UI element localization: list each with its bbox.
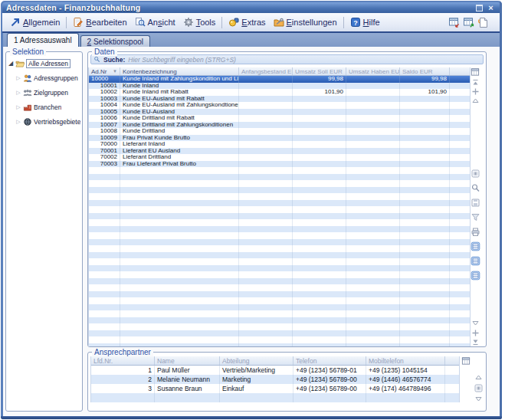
view-mode-3-icon[interactable]	[471, 271, 480, 281]
contact-row-empty[interactable]	[91, 393, 459, 402]
column-header-saldo-eur[interactable]: Saldo EUR	[400, 67, 450, 75]
column-header-ad-nr[interactable]: Ad.Nr▼	[89, 67, 120, 75]
tab-2-selektionspool[interactable]: 2 Selektionspool	[80, 35, 150, 47]
table-row-empty[interactable]	[89, 323, 470, 330]
tree-item-alle-adressen[interactable]: ◢Alle Adressen	[8, 56, 81, 71]
table-row-empty[interactable]	[89, 245, 470, 252]
table-row-empty[interactable]	[89, 258, 470, 265]
contacts-column-chooser-icon[interactable]	[461, 356, 471, 366]
table-row-empty[interactable]	[89, 278, 470, 285]
column-header-anfangsbestand-eur[interactable]: Anfangsbestand EUR	[239, 67, 293, 75]
table-row-empty[interactable]	[89, 304, 470, 311]
table-row-empty[interactable]	[89, 297, 470, 304]
contacts-column-header-lfd-nr-[interactable]: Lfd.Nr.	[91, 356, 155, 365]
table-row[interactable]: 10006Kunde Drittland mit Rabatt	[89, 115, 470, 122]
restore-button[interactable]	[474, 3, 485, 12]
scroll-down-icon[interactable]	[471, 319, 480, 327]
tree-item-branchen[interactable]: ▷Branchen	[8, 100, 81, 114]
menu-item-allgemein[interactable]: Allgemein	[6, 15, 64, 29]
table-row[interactable]: 70000Lieferant Inland	[89, 141, 470, 148]
menu-item-bearbeiten[interactable]: Bearbeiten	[69, 15, 130, 29]
table-row-empty[interactable]	[89, 167, 470, 174]
contacts-column-header-name[interactable]: Name	[155, 356, 220, 365]
menu-item-einstellungen[interactable]: Einstellungen	[270, 15, 341, 29]
column-header-umsatz-haben-eur[interactable]: Umsatz Haben EUR	[346, 67, 400, 75]
contacts-column-header-mobiltelefon[interactable]: Mobiltelefon	[366, 356, 445, 365]
table-row-empty[interactable]	[89, 200, 470, 207]
table-row[interactable]: 10001Kunde Inland	[89, 83, 470, 90]
table-row-empty[interactable]	[89, 232, 470, 239]
column-header-kontenbezeichnung[interactable]: Kontenbezeichnung	[120, 67, 239, 75]
close-button[interactable]: ×	[485, 3, 497, 12]
table-row-empty[interactable]	[89, 187, 470, 194]
table-row-empty[interactable]	[89, 343, 470, 347]
save-icon[interactable]	[471, 198, 480, 208]
table-row-empty[interactable]	[89, 180, 470, 187]
column-header-umsatz-soll-eur[interactable]: Umsatz Soll EUR	[293, 67, 346, 75]
title-bar[interactable]: Adressdaten - Finanzbuchhaltung ×	[2, 2, 500, 13]
menu-item-tools[interactable]: Tools	[179, 15, 220, 29]
scroll-last-icon[interactable]	[471, 338, 480, 346]
table-row[interactable]: 70001Lieferant EU Ausland	[89, 148, 470, 155]
table-row[interactable]: 10000Kunde Inland mit Zahlungskondition …	[89, 76, 470, 83]
tree-item-vertriebsgebiete[interactable]: ▷Vertriebsgebiete	[8, 114, 81, 129]
table-row[interactable]: 10004Kunde EU-Ausland mit Zahlungskondti…	[89, 102, 470, 109]
scroll-up-icon[interactable]	[471, 97, 480, 105]
contacts-scroll-up-icon[interactable]	[474, 373, 483, 382]
menu-item-ansicht[interactable]: Ansicht	[131, 15, 179, 29]
contacts-drag-grip-icon[interactable]	[474, 383, 484, 393]
table-row[interactable]: 10007Kunde Drittland mit Zahlungskonditi…	[89, 122, 470, 129]
table-row-empty[interactable]	[89, 291, 470, 298]
table-row-empty[interactable]	[89, 284, 470, 291]
tree-item-adressgruppen[interactable]: ▷Adressgruppen	[8, 71, 81, 85]
menu-item-extras[interactable]: Extras	[225, 15, 269, 29]
table-row-empty[interactable]	[89, 271, 470, 278]
view-mode-1-icon[interactable]	[471, 241, 480, 251]
expand-marker-icon[interactable]: ◢	[8, 60, 14, 67]
contact-row[interactable]: 1Paul MüllerVertrieb/Marketing+49 (1234)…	[91, 366, 459, 375]
table-row-empty[interactable]	[89, 252, 470, 259]
print-icon[interactable]	[471, 227, 480, 237]
collapse-marker-icon[interactable]: ▷	[15, 104, 21, 110]
table-row-empty[interactable]	[89, 330, 470, 337]
collapse-marker-icon[interactable]: ▷	[15, 90, 21, 96]
tab-1-adressauswahl[interactable]: 1 Adressauswahl	[7, 33, 79, 47]
drag-grip-icon[interactable]	[471, 169, 480, 179]
table-row-empty[interactable]	[89, 174, 470, 181]
collapse-marker-icon[interactable]: ▷	[15, 119, 21, 125]
search-input[interactable]: Suche: Hier Suchbegriff eingeben (STRG+S…	[90, 54, 484, 64]
table-row[interactable]: 10002Kunde Inland mit Rabatt101,90101,90	[89, 89, 470, 96]
contacts-scroll-down-icon[interactable]	[474, 395, 483, 403]
table-row[interactable]: 70003Frau Lieferant Privat Brutto	[89, 161, 470, 168]
column-chooser-icon[interactable]	[471, 67, 480, 77]
table-row-empty[interactable]	[89, 213, 470, 220]
table-row[interactable]: 10009Frau Privat Kunde Brutto	[89, 135, 470, 142]
collapse-marker-icon[interactable]: ▷	[15, 75, 21, 81]
table-row-empty[interactable]	[89, 336, 470, 343]
new-document-icon[interactable]	[477, 17, 489, 28]
zoom-icon[interactable]	[471, 183, 480, 193]
table-row-empty[interactable]	[89, 310, 470, 317]
scroll-plus-icon[interactable]	[471, 87, 480, 96]
table-import-icon[interactable]	[463, 17, 474, 28]
contact-row[interactable]: 3Susanne BraunEinkauf+49 (1234) 56789-00…	[91, 384, 459, 393]
table-row-empty[interactable]	[89, 265, 470, 272]
table-export-icon[interactable]	[448, 17, 460, 28]
menu-item-hilfe[interactable]: ?Hilfe	[346, 15, 384, 29]
contacts-column-header-telefon[interactable]: Telefon	[293, 356, 366, 365]
table-row[interactable]: 10003Kunde EU-Ausland mit Rabatt	[89, 96, 470, 103]
table-row-empty[interactable]	[89, 219, 470, 226]
filter-icon[interactable]	[471, 212, 480, 222]
scroll-first-icon[interactable]	[471, 78, 480, 87]
table-row[interactable]: 70002Lieferant Drittland	[89, 154, 470, 161]
scroll-plus2-icon[interactable]	[471, 329, 480, 337]
table-row-empty[interactable]	[89, 239, 470, 246]
view-mode-2-icon[interactable]	[471, 256, 480, 266]
contacts-column-header-abteilung[interactable]: Abteilung	[220, 356, 293, 365]
table-row-empty[interactable]	[89, 206, 470, 213]
table-row-empty[interactable]	[89, 317, 470, 324]
table-row-empty[interactable]	[89, 226, 470, 233]
tree-item-zielgruppen[interactable]: ▷Zielgruppen	[8, 85, 81, 100]
table-row[interactable]: 10005Kunde EU-Ausland	[89, 109, 470, 116]
table-row-empty[interactable]	[89, 193, 470, 200]
